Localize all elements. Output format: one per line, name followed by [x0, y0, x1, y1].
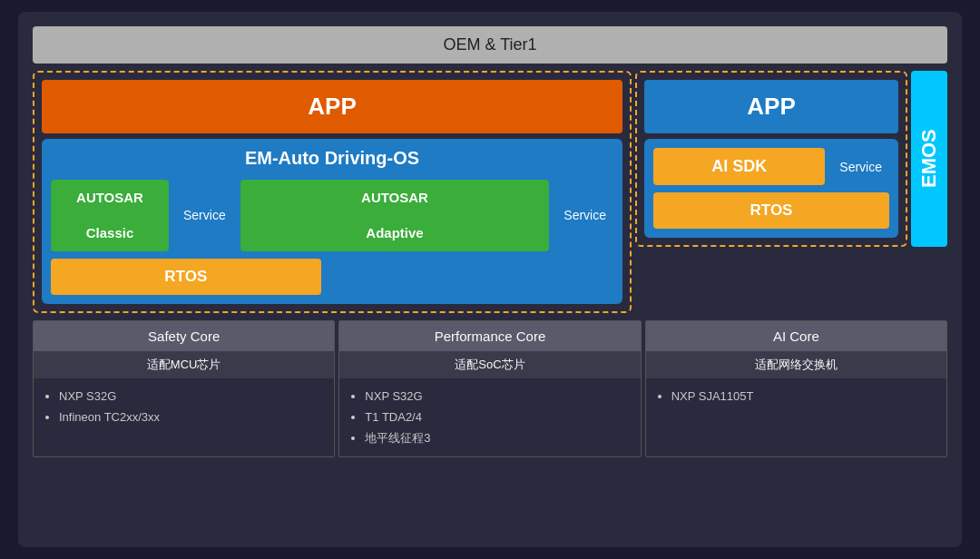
- performance-chip-label: 适配SoC芯片: [455, 358, 524, 371]
- emos-label: EMOS: [917, 130, 941, 189]
- list-item: NXP S32G: [59, 386, 321, 407]
- service-label-1: Service: [176, 180, 233, 251]
- performance-chip-subheader: 适配SoC芯片: [339, 351, 640, 378]
- autosar-adaptive-block: AUTOSAR Adaptive: [240, 180, 550, 251]
- em-auto-right-section: AI SDK Service RTOS: [644, 139, 898, 238]
- performance-chip-list: NXP S32G T1 TDA2/4 地平线征程3: [339, 378, 640, 456]
- safety-core-header: Safety Core: [34, 321, 334, 351]
- diagram-container: OEM & Tier1 APP EM-Auto Driving-OS AUTOS…: [18, 12, 962, 547]
- main-content: APP EM-Auto Driving-OS AUTOSAR Classic S…: [33, 71, 947, 313]
- autosar-classic-line2: Classic: [86, 224, 134, 242]
- em-auto-section: EM-Auto Driving-OS AUTOSAR Classic Servi…: [42, 139, 622, 304]
- list-item: NXP SJA1105T: [671, 386, 934, 407]
- list-item: NXP S32G: [365, 386, 627, 407]
- rtos-bar-left: RTOS: [51, 259, 321, 295]
- safety-chip-list: NXP S32G Infineon TC2xx/3xx: [34, 378, 334, 456]
- rtos-bar-right: RTOS: [653, 192, 889, 229]
- chips-section: Safety Core 适配MCU芯片 NXP S32G Infineon TC…: [33, 320, 947, 457]
- ai-chip-label: 适配网络交换机: [755, 358, 838, 371]
- oem-tier1-bar: OEM & Tier1: [33, 26, 947, 64]
- oem-tier1-label: OEM & Tier1: [443, 35, 536, 54]
- ai-core-column: AI Core 适配网络交换机 NXP SJA1105T: [645, 320, 947, 457]
- safety-chip-label: 适配MCU芯片: [147, 358, 221, 371]
- right-top: APP AI SDK Service: [635, 71, 947, 247]
- autosar-classic-block: AUTOSAR Classic: [51, 180, 169, 251]
- performance-core-label: Performance Core: [435, 329, 546, 344]
- ai-sdk-label: AI SDK: [711, 157, 767, 176]
- performance-core-header: Performance Core: [339, 321, 640, 351]
- ai-core-label: AI Core: [773, 329, 819, 344]
- performance-core-column: Performance Core 适配SoC芯片 NXP S32G T1 TDA…: [338, 320, 641, 457]
- autosar-adaptive-line1: AUTOSAR: [361, 189, 428, 207]
- rtos-row-right: RTOS: [653, 192, 889, 229]
- rtos-left-label: RTOS: [164, 268, 207, 285]
- service-label-2: Service: [556, 180, 613, 251]
- autosar-adaptive-line2: Adaptive: [366, 224, 423, 242]
- em-auto-title: EM-Auto Driving-OS: [51, 148, 613, 169]
- app-left-label: APP: [308, 93, 356, 120]
- rtos-right-label: RTOS: [750, 201, 793, 219]
- safety-chip-subheader: 适配MCU芯片: [34, 351, 334, 378]
- app-bar-right: APP: [644, 80, 898, 133]
- right-section: APP AI SDK Service: [635, 71, 947, 313]
- list-item: Infineon TC2xx/3xx: [59, 407, 321, 427]
- app-right-label: APP: [747, 93, 795, 120]
- list-item: T1 TDA2/4: [365, 407, 627, 427]
- safety-core-column: Safety Core 适配MCU芯片 NXP S32G Infineon TC…: [33, 320, 335, 457]
- ai-chip-subheader: 适配网络交换机: [646, 351, 946, 378]
- emos-bar: EMOS: [911, 71, 947, 247]
- service-row-left: AUTOSAR Classic Service AUTOSAR Adaptive…: [51, 180, 613, 251]
- app-bar-left: APP: [42, 80, 622, 133]
- safety-core-label: Safety Core: [148, 329, 220, 344]
- right-dashed-area: APP AI SDK Service: [635, 71, 907, 247]
- list-item: 地平线征程3: [365, 427, 627, 448]
- service-label-3: Service: [832, 148, 889, 185]
- ai-core-header: AI Core: [646, 321, 946, 351]
- ai-service-row: AI SDK Service: [653, 148, 889, 185]
- left-dashed-area: APP EM-Auto Driving-OS AUTOSAR Classic S…: [33, 71, 632, 313]
- ai-sdk-block: AI SDK: [653, 148, 825, 185]
- rtos-row-left: RTOS: [51, 259, 613, 295]
- ai-chip-list: NXP SJA1105T: [646, 378, 946, 456]
- autosar-classic-line1: AUTOSAR: [76, 189, 143, 207]
